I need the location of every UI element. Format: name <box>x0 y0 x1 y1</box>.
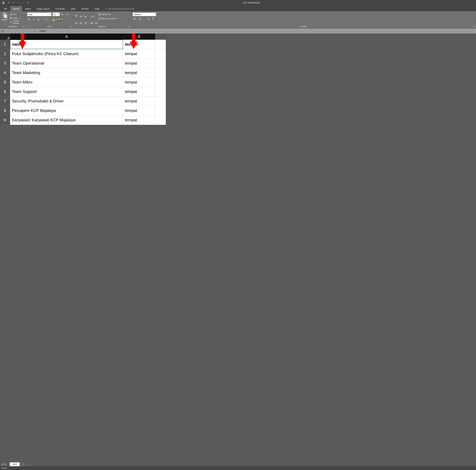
cell[interactable]: Team Support <box>10 87 123 97</box>
paste-button[interactable]: Paste <box>1 12 8 21</box>
tab-view[interactable]: View <box>92 6 102 11</box>
cell[interactable] <box>155 40 166 49</box>
cell[interactable]: tempat <box>123 40 155 49</box>
wrap-text-button[interactable]: Wrap Text <box>98 13 118 16</box>
cell[interactable] <box>155 49 166 59</box>
align-bottom-button[interactable] <box>84 15 87 18</box>
row-header[interactable]: 2 <box>0 49 10 59</box>
clipboard-dialog-launcher-icon[interactable] <box>23 26 25 28</box>
cut-button[interactable]: Cut <box>10 13 24 16</box>
cell[interactable] <box>155 106 166 115</box>
cell[interactable]: nama <box>10 40 123 49</box>
grow-font-button[interactable]: A▲ <box>61 13 65 16</box>
align-right-button[interactable] <box>84 21 87 25</box>
row-header[interactable]: 7 <box>0 97 10 106</box>
cell[interactable]: Security, Pramubakti & Driver <box>10 97 123 106</box>
alignment-dialog-launcher-icon[interactable] <box>128 26 130 28</box>
row-header[interactable]: 1 <box>0 40 10 49</box>
font-color-button[interactable]: A <box>58 17 63 21</box>
fill-color-button[interactable] <box>52 17 57 21</box>
enter-formula-button[interactable] <box>29 29 33 34</box>
cell[interactable]: Team Marketing <box>10 68 123 78</box>
format-painter-button[interactable]: Format Painter <box>10 20 24 24</box>
italic-button[interactable]: I <box>32 17 35 21</box>
cancel-formula-button[interactable] <box>24 29 29 34</box>
tab-page-layout[interactable]: Page Layout <box>34 6 52 11</box>
cell[interactable]: tempat <box>123 97 155 106</box>
number-dialog-launcher-icon[interactable] <box>473 26 475 28</box>
sheet-nav-prev-icon[interactable] <box>1 463 3 465</box>
tab-data[interactable]: Data <box>68 6 78 11</box>
chevron-down-icon[interactable] <box>49 14 51 15</box>
row-header[interactable]: 6 <box>0 87 10 97</box>
cell[interactable] <box>155 78 166 87</box>
save-icon[interactable] <box>2 1 5 4</box>
undo-icon[interactable] <box>7 1 11 4</box>
orientation-button[interactable]: ab <box>90 15 95 18</box>
cell[interactable] <box>155 115 166 125</box>
number-format-combo[interactable]: General <box>133 13 156 16</box>
new-sheet-button[interactable]: + <box>21 463 25 466</box>
comma-button[interactable]: , <box>143 17 146 21</box>
row-header[interactable]: 4 <box>0 68 10 78</box>
row-header[interactable]: 9 <box>0 115 10 125</box>
shrink-font-button[interactable]: A▼ <box>65 13 69 16</box>
cell[interactable]: tempat <box>123 59 155 68</box>
copy-button[interactable]: Copy <box>10 17 24 20</box>
font-dialog-launcher-icon[interactable] <box>70 26 72 28</box>
borders-button[interactable] <box>44 17 49 21</box>
tab-review[interactable]: Review <box>79 6 91 11</box>
tab-insert[interactable]: Insert <box>22 6 34 11</box>
accounting-format-button[interactable]: $ <box>133 17 138 21</box>
cell[interactable] <box>155 87 166 97</box>
tab-formulas[interactable]: Formulas <box>52 6 68 11</box>
cell[interactable]: tempat <box>123 49 155 59</box>
bold-button[interactable]: B <box>27 17 31 21</box>
formula-input[interactable] <box>38 29 476 34</box>
cell[interactable] <box>155 68 166 78</box>
merge-center-button[interactable]: Merge & Center <box>98 17 118 20</box>
cell[interactable]: tempat <box>123 115 155 125</box>
sheet-tab-active[interactable]: ESTI <box>10 462 20 466</box>
redo-dropdown-icon[interactable] <box>22 2 23 3</box>
font-name-combo[interactable]: Arial <box>27 13 52 16</box>
tab-file[interactable]: File <box>1 6 10 11</box>
align-middle-button[interactable] <box>79 15 83 18</box>
cell[interactable] <box>155 59 166 68</box>
cell[interactable]: tempat <box>123 68 155 78</box>
undo-dropdown-icon[interactable] <box>13 2 14 3</box>
cell[interactable]: Karyawan/ Karyawati KCP Majalaya <box>10 115 123 125</box>
row-header[interactable]: 8 <box>0 106 10 115</box>
align-center-button[interactable] <box>79 21 83 25</box>
name-box[interactable]: A1 <box>0 29 23 34</box>
qat-customize-icon[interactable] <box>27 2 29 3</box>
cell[interactable]: tempat <box>123 78 155 87</box>
tell-me-search[interactable]: Tell me what you want to do <box>103 6 137 11</box>
cell[interactable]: Putut Sudjatmoko (Pinca KC Citarum) <box>10 49 123 59</box>
align-left-button[interactable] <box>74 21 78 25</box>
chevron-down-icon[interactable] <box>57 14 60 15</box>
cell[interactable]: Pincapem KCP Majalaya <box>10 106 123 115</box>
select-all-corner[interactable] <box>0 34 10 40</box>
increase-indent-button[interactable] <box>95 21 98 25</box>
column-header-a[interactable]: A <box>10 34 123 40</box>
row-header[interactable]: 5 <box>0 78 10 87</box>
sheet-nav-next-icon[interactable] <box>4 463 6 465</box>
cell[interactable]: Team Operasional <box>10 59 123 68</box>
cell[interactable]: Team Mikro <box>10 78 123 87</box>
column-header-b[interactable]: B <box>123 34 155 40</box>
decrease-decimal-button[interactable]: .00.0 <box>151 17 155 21</box>
increase-decimal-button[interactable]: .0.00 <box>147 17 151 21</box>
underline-button[interactable]: U <box>36 17 42 21</box>
font-size-combo[interactable]: 11 <box>52 13 60 16</box>
align-top-button[interactable] <box>74 15 78 18</box>
cell[interactable]: tempat <box>123 106 155 115</box>
insert-function-button[interactable]: fx <box>33 29 38 34</box>
cell[interactable]: tempat <box>123 87 155 97</box>
chevron-down-icon[interactable] <box>154 14 156 15</box>
column-header-c[interactable] <box>155 34 166 40</box>
row-header[interactable]: 3 <box>0 59 10 68</box>
cell[interactable] <box>155 97 166 106</box>
percent-button[interactable]: % <box>138 17 142 21</box>
redo-icon[interactable] <box>16 1 19 4</box>
